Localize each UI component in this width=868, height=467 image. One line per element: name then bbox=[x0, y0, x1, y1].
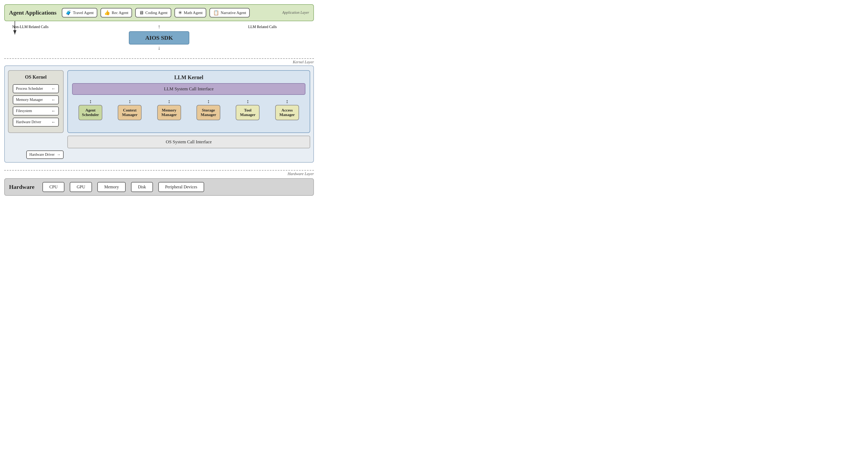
hw-item-peripheral-devices: Peripheral Devices bbox=[158, 182, 204, 192]
os-item-label: Filesystem bbox=[16, 109, 32, 113]
sdk-row: Non-LLM Related Calls ↑ AIOS SDK ↓ LLM R… bbox=[4, 21, 314, 53]
os-items-list: Process Scheduler←Memory Manager←Filesys… bbox=[13, 84, 59, 129]
agent-btn-math[interactable]: ✳Math Agent bbox=[175, 8, 206, 18]
manager-col-memory: ↕Memory Manager bbox=[157, 99, 181, 120]
coding-label: Coding Agent bbox=[145, 10, 167, 15]
app-layer-title: Agent Applications bbox=[9, 9, 57, 16]
agent-btn-rec[interactable]: 👍Rec Agent bbox=[100, 8, 132, 18]
manager-arrow-storage: ↕ bbox=[207, 99, 210, 104]
manager-box-tool: Tool Manager bbox=[236, 105, 259, 120]
hw-driver-note bbox=[67, 151, 310, 159]
os-item-hardware-driver: Hardware Driver← bbox=[13, 118, 59, 127]
coding-icon: 🖥 bbox=[139, 10, 144, 15]
manager-arrow-agent-sched: ↕ bbox=[89, 99, 92, 104]
hw-driver-right-arrow: → bbox=[57, 153, 60, 157]
sdk-box: AIOS SDK bbox=[129, 31, 190, 44]
hardware-section: Hardware CPUGPUMemoryDiskPeripheral Devi… bbox=[4, 178, 314, 196]
agent-btn-coding[interactable]: 🖥Coding Agent bbox=[135, 8, 171, 18]
kernel-row: OS Kernel Process Scheduler←Memory Manag… bbox=[8, 70, 310, 133]
agent-btn-narrative[interactable]: 📋Narrative Agent bbox=[210, 8, 250, 18]
manager-col-context: ↕Context Manager bbox=[118, 99, 142, 120]
kernel-region: OS Kernel Process Scheduler←Memory Manag… bbox=[4, 65, 314, 163]
manager-arrow-context: ↕ bbox=[128, 99, 131, 104]
os-syscall-bar: OS System Call Interface bbox=[67, 136, 310, 148]
llm-kernel-box: LLM Kernel LLM System Call Interface ↕Ag… bbox=[67, 70, 310, 133]
hardware-driver-box: Hardware Driver → bbox=[26, 151, 64, 159]
os-item-label: Memory Manager bbox=[16, 98, 43, 102]
hw-driver-row: Hardware Driver → bbox=[8, 151, 310, 159]
manager-col-access: ↕Access Manager bbox=[275, 99, 299, 120]
manager-arrow-tool: ↕ bbox=[246, 99, 249, 104]
os-item-arrow: ← bbox=[52, 120, 56, 125]
os-kernel-box: OS Kernel Process Scheduler←Memory Manag… bbox=[8, 70, 64, 133]
manager-box-agent-sched: Agent Scheduler bbox=[79, 105, 102, 120]
hw-item-disk: Disk bbox=[131, 182, 153, 192]
manager-arrow-memory: ↕ bbox=[168, 99, 170, 104]
os-item-filesystem: Filesystem← bbox=[13, 106, 59, 115]
rec-label: Rec Agent bbox=[112, 10, 128, 15]
rec-icon: 👍 bbox=[104, 10, 110, 15]
manager-col-tool: ↕Tool Manager bbox=[236, 99, 259, 120]
kernel-layer-label: Kernel Layer bbox=[4, 60, 314, 64]
os-item-memory-manager: Memory Manager← bbox=[13, 95, 59, 104]
os-item-arrow: ← bbox=[52, 98, 56, 102]
travel-label: Travel Agent bbox=[73, 10, 94, 15]
llm-call-label: LLM Related Calls bbox=[248, 25, 277, 29]
hw-item-memory: Memory bbox=[97, 182, 126, 192]
hardware-title: Hardware bbox=[9, 184, 34, 191]
agent-buttons: 🧳Travel Agent👍Rec Agent🖥Coding Agent✳Mat… bbox=[62, 8, 250, 18]
hardware-driver-label: Hardware Driver bbox=[29, 153, 55, 157]
narrative-label: Narrative Agent bbox=[221, 10, 246, 15]
manager-arrow-access: ↕ bbox=[286, 99, 288, 104]
os-syscall-spacer bbox=[8, 136, 64, 148]
diagram: Agent Applications 🧳Travel Agent👍Rec Age… bbox=[4, 4, 314, 196]
manager-box-memory: Memory Manager bbox=[157, 105, 181, 120]
diagram-wrapper: Agent Applications 🧳Travel Agent👍Rec Age… bbox=[4, 4, 314, 196]
llm-kernel-title: LLM Kernel bbox=[72, 74, 305, 80]
hardware-layer-label: Hardware Layer bbox=[4, 172, 314, 176]
os-item-arrow: ← bbox=[52, 109, 56, 113]
math-icon: ✳ bbox=[178, 10, 182, 15]
os-item-process-scheduler: Process Scheduler← bbox=[13, 84, 59, 93]
narrative-icon: 📋 bbox=[213, 10, 219, 15]
travel-icon: 🧳 bbox=[65, 10, 71, 15]
manager-col-agent-sched: ↕Agent Scheduler bbox=[79, 99, 102, 120]
sdk-up-arrow: ↑ bbox=[158, 24, 160, 29]
os-item-label: Hardware Driver bbox=[16, 120, 41, 124]
os-item-label: Process Scheduler bbox=[16, 87, 43, 91]
os-kernel-title: OS Kernel bbox=[13, 74, 59, 80]
hw-item-cpu: CPU bbox=[42, 182, 64, 192]
hw-item-gpu: GPU bbox=[70, 182, 92, 192]
app-layer-section: Agent Applications 🧳Travel Agent👍Rec Age… bbox=[4, 4, 314, 21]
os-syscall-row: OS System Call Interface bbox=[8, 136, 310, 148]
manager-box-access: Access Manager bbox=[275, 105, 299, 120]
llm-managers: ↕Agent Scheduler↕Context Manager↕Memory … bbox=[72, 98, 305, 121]
kernel-hardware-divider bbox=[4, 170, 314, 171]
sdk-col: ↑ AIOS SDK ↓ bbox=[129, 24, 190, 51]
manager-box-storage: Storage Manager bbox=[196, 105, 220, 120]
os-item-arrow: ← bbox=[52, 86, 56, 91]
hardware-row: Hardware CPUGPUMemoryDiskPeripheral Devi… bbox=[9, 182, 309, 192]
non-llm-arrow bbox=[7, 21, 102, 40]
manager-box-context: Context Manager bbox=[118, 105, 142, 120]
sdk-down-arrow: ↓ bbox=[158, 44, 160, 51]
manager-col-storage: ↕Storage Manager bbox=[196, 99, 220, 120]
math-label: Math Agent bbox=[184, 10, 203, 15]
app-kernel-divider bbox=[4, 58, 314, 59]
agent-btn-travel[interactable]: 🧳Travel Agent bbox=[62, 8, 97, 18]
app-layer-label: Application Layer bbox=[255, 10, 309, 15]
hw-driver-col: Hardware Driver → bbox=[8, 151, 64, 159]
hw-items-list: CPUGPUMemoryDiskPeripheral Devices bbox=[42, 182, 204, 192]
llm-syscall-bar: LLM System Call Interface bbox=[72, 83, 305, 95]
